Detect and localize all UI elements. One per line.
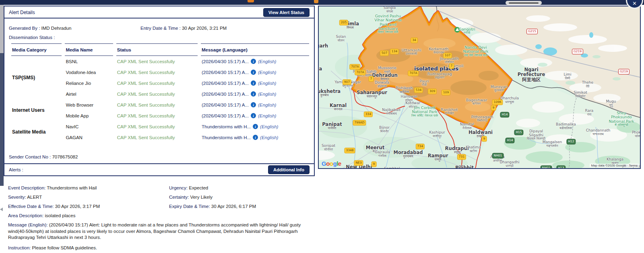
instruction-value: Please follow SDMA guidelines. <box>32 245 97 250</box>
map-label: Gajraulaगजरैला <box>375 150 390 158</box>
map-label: Muguमुगु <box>606 100 616 107</box>
map-label: Raraरारा <box>585 109 594 116</box>
generated-by-label: Generated By : <box>9 26 40 31</box>
message-language: (English) <box>258 113 276 118</box>
media-name-cell: BSNL <box>65 56 113 67</box>
alert-details-page: ✕ Alert Details View Alert Status Genera… <box>0 0 644 253</box>
google-logo[interactable]: Google <box>322 160 341 167</box>
map-label: Jim CorbettNational Parkजिम कॉर्बेट नेशन… <box>411 106 438 117</box>
info-icon[interactable]: i <box>251 113 256 118</box>
sender-contact-label: Sender Contact No : <box>9 154 51 159</box>
message-language: (English) <box>258 59 276 64</box>
info-icon[interactable]: i <box>253 135 258 140</box>
map-label: Simikotसिमिकोट <box>574 91 587 98</box>
info-icon[interactable]: i <box>251 102 256 107</box>
dissemination-table: Media Category Media Name Status Message… <box>8 43 312 143</box>
road-shield: 731 <box>457 154 466 160</box>
status-cell: CAP XML Sent Successfully <box>116 78 198 88</box>
message-preview: (2026/04/30 15:17) A... <box>202 92 249 97</box>
message-label: Message (English): <box>8 222 47 227</box>
map-label: Munsyariमुनस्यारी <box>490 85 508 93</box>
entry-datetime-value: 30 Apr 2026, 3:21 PM <box>182 26 227 31</box>
map-label: Govind PashuVihar NationalPark andSanctu… <box>374 14 401 34</box>
info-icon[interactable]: i <box>251 70 256 75</box>
info-icon[interactable]: i <box>251 59 256 64</box>
page-title: Alert Details <box>9 10 35 15</box>
view-alert-status-button[interactable]: View Alert Status <box>263 8 310 17</box>
message-cell: (2026/04/30 15:17) A...i(English) <box>201 110 309 121</box>
status-cell: CAP XML Sent Successfully <box>116 132 198 143</box>
media-name-cell: Reliance Jio <box>65 78 113 88</box>
message-cell: (2026/04/30 15:17) A...i(English) <box>201 99 309 110</box>
detail-field: Expiry Date & Time: 30 Apr 2026, 6:17 PM <box>169 204 311 209</box>
info-icon[interactable]: i <box>251 80 256 86</box>
map-label: Rampurरामपुर <box>428 153 448 162</box>
details-grid: Event Description: Thunderstorms with Ha… <box>8 185 311 218</box>
media-category-cell: Internet Users <box>11 99 62 121</box>
map-label: Pauriपौड़ी <box>419 79 429 87</box>
road-shield: 34 <box>411 37 418 43</box>
message-cell: Thunderstorms with H...i(English) <box>201 132 309 143</box>
table-row: Internet UsersWeb BrowserCAP XML Sent Su… <box>11 99 309 110</box>
road-shield: 507 <box>380 50 389 56</box>
map-label: Karnalकरनाल <box>330 103 347 111</box>
detail-field: Certainty: Very Likely <box>169 194 311 200</box>
table-header-row: Media Category Media Name Status Message… <box>11 43 309 56</box>
map-label: Dharchulaधारचूला <box>500 97 519 104</box>
info-icon[interactable]: i <box>251 91 256 97</box>
map-label: Pilibhit <box>455 165 474 169</box>
header-logo-fragment <box>248 0 254 2</box>
map-label: Najibabadनजीबाबाद <box>382 108 400 115</box>
road-shield: G219 <box>572 49 583 54</box>
media-category-cell: TSP(SMS) <box>11 56 62 99</box>
road-shield: 205 <box>339 20 348 25</box>
map-label: Pithoragarhपिथौरागढ़ <box>471 115 493 123</box>
road-shield: 907 <box>343 79 351 85</box>
map-terms-link[interactable]: Terms <box>629 164 638 167</box>
road-shield: 707A <box>355 70 365 75</box>
message-value: (2026/04/30 15:17) Alert: Light to moder… <box>8 222 301 240</box>
alerts-label: Alerts : <box>9 167 23 172</box>
alerts-section-bar: Alerts : Additional Info <box>4 163 314 175</box>
road-shield: 7 <box>449 63 454 69</box>
message-preview: (2026/04/30 15:17) A... <box>202 81 249 86</box>
map-copyright: Map data ©2026 Google <box>591 164 626 167</box>
road-shield: G215 <box>526 29 538 34</box>
map-label: Doiwalaडोईवाला <box>375 81 389 88</box>
road-shield: H15 <box>514 130 523 135</box>
sender-contact-field: Sender Contact No : 7078675082 <box>9 154 78 159</box>
map-label: Ambalaअंबाला <box>318 66 322 75</box>
info-icon[interactable]: i <box>253 124 258 129</box>
sidebar-collapse-arrow[interactable] <box>0 208 3 211</box>
col-media-category: Media Category <box>11 43 62 56</box>
message-preview: (2026/04/30 15:17) A... <box>202 59 249 64</box>
road-shield: 534 <box>414 87 423 93</box>
media-name-cell: Vodafone-Idea <box>65 67 113 78</box>
header-icon-fragment <box>314 0 318 3</box>
table-row: TSP(SMS)BSNLCAP XML Sent Successfully(20… <box>11 56 309 67</box>
map-label: Bageshwarबागेश्वर <box>466 98 487 106</box>
map-label: Ranikhetरानीखेत <box>441 108 458 115</box>
map-label: Sanglaसंगला <box>384 6 396 13</box>
road-shield: 134 <box>390 49 399 54</box>
status-cell: CAP XML Sent Successfully <box>116 121 198 132</box>
map-label: Solanसोलन <box>336 35 346 42</box>
map-label: Rishikeshऋषिकेश <box>396 86 413 94</box>
generated-by-value: IMD Dehradun <box>41 26 72 31</box>
panel-header: Alert Details View Alert Status <box>4 6 314 19</box>
additional-info-button[interactable]: Additional Info <box>268 165 310 174</box>
message-language: (English) <box>258 81 276 86</box>
road-shield: 107 <box>443 53 452 58</box>
alert-area-map[interactable]: SanglaसंगलाGovind PashuVihar NationalPar… <box>318 6 641 169</box>
message-cell: Thunderstorms with H...i(English) <box>201 121 309 132</box>
road-shield: 109K <box>492 99 503 105</box>
map-label: Bijnorबिजनौर <box>379 126 390 133</box>
detail-field: Severity: ALERT <box>8 194 169 200</box>
map-label: Chandigarhचंडीगढ़ <box>318 43 328 52</box>
map-label: Saharanpurसहारनपुर <box>357 90 387 99</box>
detail-field: Area Description: isolated places <box>8 213 169 218</box>
detail-field: Urgency: Expected <box>169 185 311 191</box>
media-name-cell: Mobile App <box>65 110 113 121</box>
entry-datetime-field: Entry Date & Time : 30 Apr 2026, 3:21 PM <box>140 26 227 31</box>
dissemination-status-label: Dissemination Status : <box>9 35 55 40</box>
